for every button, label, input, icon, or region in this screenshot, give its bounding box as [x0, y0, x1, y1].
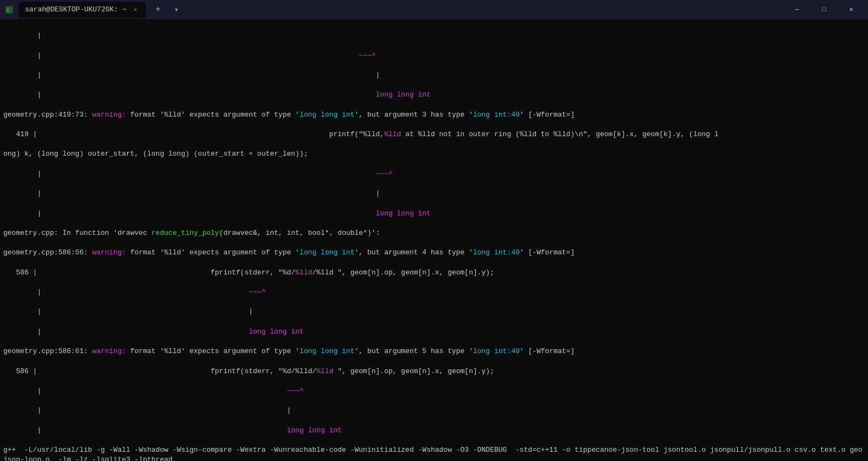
terminal-line: | long long int — [3, 90, 865, 100]
terminal-line: | ~~~^ — [3, 51, 865, 61]
terminal-line: | long long int — [3, 209, 865, 219]
terminal-line: | ~~~^ — [3, 169, 865, 179]
terminal-line: geometry.cpp: In function 'drawvec reduc… — [3, 228, 865, 238]
terminal-line: 586 | fprintf(stderr, "%d/%lld/%lld ", g… — [3, 268, 865, 278]
tab-dropdown-button[interactable]: ▾ — [170, 3, 183, 16]
new-tab-button[interactable]: + — [150, 2, 165, 17]
svg-text:$: $ — [7, 8, 10, 14]
window-controls: ─ □ ✕ — [784, 0, 864, 19]
terminal-line: | ~~~^ — [3, 287, 865, 297]
terminal-line: g++ -L/usr/local/lib -g -Wall -Wshadow -… — [3, 445, 865, 461]
terminal-line: ong) k, (long long) outer_start, (long l… — [3, 149, 865, 159]
terminal-line: 586 | fprintf(stderr, "%d/%lld/%lld ", g… — [3, 367, 865, 376]
terminal-line: | long long int — [3, 426, 865, 436]
terminal-body[interactable]: | | ~~~^ | | | — [0, 19, 868, 461]
terminal-line: geometry.cpp:419:73: warning: format '%l… — [3, 110, 865, 120]
terminal-line: | | — [3, 71, 865, 80]
terminal-line: | — [3, 31, 865, 41]
titlebar: $ sarah@DESKTOP-UKU72GK: ~ ✕ + ▾ ─ □ ✕ — [0, 0, 868, 19]
titlebar-left: $ sarah@DESKTOP-UKU72GK: ~ ✕ + ▾ — [4, 2, 780, 18]
maximize-button[interactable]: □ — [812, 0, 837, 19]
terminal-line: geometry.cpp:586:56: warning: format '%l… — [3, 248, 865, 258]
terminal-line: 419 | printf("%lld,%lld at %lld not in o… — [3, 130, 865, 139]
active-tab[interactable]: sarah@DESKTOP-UKU72GK: ~ ✕ — [18, 2, 146, 18]
tab-close-button[interactable]: ✕ — [131, 5, 139, 14]
terminal-line: | | — [3, 406, 865, 415]
tab-label: sarah@DESKTOP-UKU72GK: ~ — [25, 5, 126, 14]
terminal-line: | | — [3, 307, 865, 317]
close-button[interactable]: ✕ — [839, 0, 864, 19]
minimize-button[interactable]: ─ — [784, 0, 809, 19]
terminal-line: geometry.cpp:586:61: warning: format '%l… — [3, 347, 865, 356]
terminal-line: | | — [3, 189, 865, 199]
terminal-line: | ~~~^ — [3, 386, 865, 396]
terminal-line: | long long int — [3, 327, 865, 337]
tab-icon: $ — [4, 5, 14, 15]
